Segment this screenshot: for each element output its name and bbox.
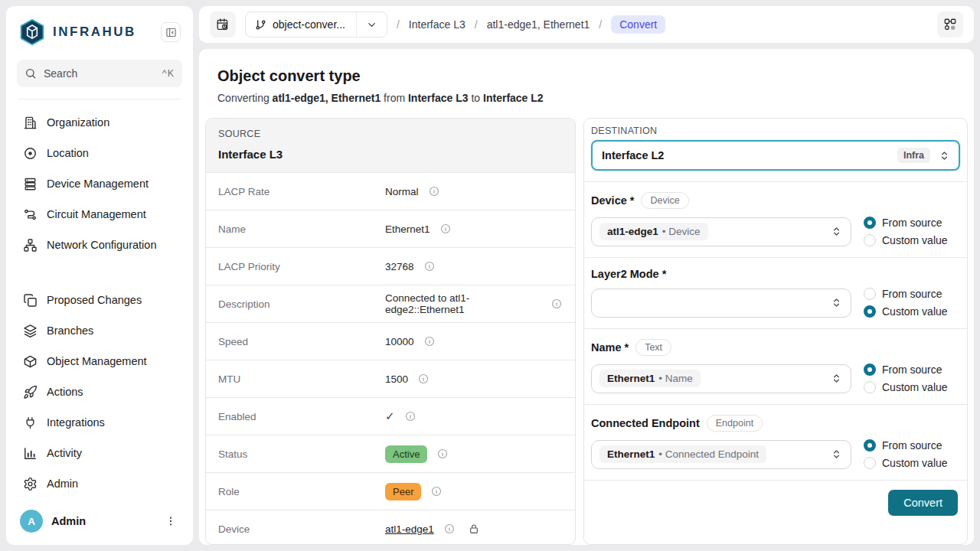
source-row-name: Name Ethernet1 xyxy=(206,210,575,247)
field-label: Name * xyxy=(591,341,629,354)
info-icon[interactable] xyxy=(443,523,456,535)
git-branch-icon xyxy=(255,19,266,31)
destination-panel: DESTINATION Interface L2 Infra Device * … xyxy=(583,118,968,545)
kebab-menu-icon[interactable] xyxy=(162,513,179,530)
page-subtitle: Converting atl1-edge1, Ethernet1 from In… xyxy=(217,92,956,104)
source-row-description: Description Connected to atl1-edge2::Eth… xyxy=(206,285,575,322)
sidebar-item-proposed-changes[interactable]: Proposed Changes xyxy=(17,285,182,315)
sidebar-item-location[interactable]: Location xyxy=(17,138,182,168)
row-label: Name xyxy=(218,223,385,235)
status-badge: Active xyxy=(385,445,427,463)
sidebar-item-label: Actions xyxy=(47,386,83,398)
radio-selected-icon xyxy=(864,305,876,318)
device-value-select[interactable]: atl1-edge1• Device xyxy=(591,217,851,246)
sidebar-item-circuit-management[interactable]: Circuit Management xyxy=(17,199,182,230)
source-row-status: Status Active xyxy=(206,435,575,472)
sidebar-item-object-management[interactable]: Object Management xyxy=(17,346,182,377)
row-value: Connected to atl1-edge2::Ethernet1 xyxy=(385,292,541,315)
breadcrumb-interface-l3[interactable]: Interface L3 xyxy=(409,18,466,31)
info-icon[interactable] xyxy=(404,410,416,422)
destination-type-value: Interface L2 xyxy=(602,149,890,161)
sidebar-item-label: Admin xyxy=(47,478,78,490)
sidebar-nav-primary: Organization Location Device Management … xyxy=(17,107,182,260)
info-icon[interactable] xyxy=(423,335,436,347)
time-travel-button[interactable] xyxy=(210,11,236,37)
custom-value-radio[interactable]: Custom value xyxy=(864,234,960,246)
gear-icon xyxy=(23,477,38,491)
source-type: Interface L3 xyxy=(218,148,563,161)
sidebar-item-device-management[interactable]: Device Management xyxy=(17,168,182,199)
row-label: Description xyxy=(218,298,385,310)
sidebar-item-organization[interactable]: Organization xyxy=(17,107,182,138)
selected-value-pill: Ethernet1• Connected Endpoint xyxy=(599,445,766,463)
info-icon[interactable] xyxy=(417,373,430,385)
info-icon[interactable] xyxy=(550,298,563,310)
sidebar-item-branches[interactable]: Branches xyxy=(17,315,182,346)
breadcrumb-separator: / xyxy=(599,18,602,31)
row-label: Device xyxy=(218,523,385,535)
infrahub-logo-icon[interactable] xyxy=(18,18,46,46)
from-source-radio[interactable]: From source xyxy=(864,364,960,376)
sidebar-item-actions[interactable]: Actions xyxy=(17,377,182,407)
info-icon[interactable] xyxy=(423,260,436,272)
role-badge: Peer xyxy=(385,483,421,500)
info-icon[interactable] xyxy=(430,485,443,497)
info-icon[interactable] xyxy=(436,448,449,460)
custom-value-radio[interactable]: Custom value xyxy=(864,457,960,469)
from-source-radio[interactable]: From source xyxy=(864,217,960,229)
check-icon: ✓ xyxy=(385,409,395,423)
sidebar-item-label: Device Management xyxy=(47,178,149,190)
custom-value-radio[interactable]: Custom value xyxy=(864,381,960,393)
chevron-up-down-icon xyxy=(938,149,951,162)
destination-type-select[interactable]: Interface L2 Infra xyxy=(591,140,960,171)
row-label: LACP Priority xyxy=(218,261,385,272)
sidebar-collapse-button[interactable] xyxy=(161,22,181,42)
chevron-up-down-icon xyxy=(830,448,843,461)
from-source-radio[interactable]: From source xyxy=(864,288,960,300)
field-kind-badge: Device xyxy=(641,192,688,209)
name-value-select[interactable]: Ethernet1• Name xyxy=(591,364,851,393)
info-icon[interactable] xyxy=(439,223,452,235)
sidebar-item-label: Object Management xyxy=(47,355,147,367)
sidebar-item-admin[interactable]: Admin xyxy=(17,468,182,499)
chevron-down-icon[interactable] xyxy=(356,12,387,37)
from-source-radio[interactable]: From source xyxy=(864,439,960,452)
search-input[interactable]: ^K xyxy=(17,60,182,87)
sidebar-item-label: Activity xyxy=(47,447,82,459)
sidebar-item-label: Location xyxy=(47,147,89,159)
source-row-role: Role Peer xyxy=(206,472,575,510)
search-field[interactable] xyxy=(44,67,155,80)
sidebar-item-network-configuration[interactable]: Network Configuration xyxy=(17,230,182,260)
value-mode-radios: From source Custom value xyxy=(864,217,960,246)
source-row-lacp-rate: LACP Rate Normal xyxy=(206,172,575,210)
route-icon xyxy=(23,207,38,222)
server-icon xyxy=(23,177,38,191)
user-menu[interactable]: A Admin xyxy=(17,505,182,536)
rocket-icon xyxy=(23,385,38,399)
field-kind-badge: Endpoint xyxy=(707,415,763,432)
info-icon[interactable] xyxy=(428,185,440,197)
convert-button[interactable]: Convert xyxy=(888,490,958,516)
copy-diff-icon xyxy=(23,293,38,308)
value-mode-radios: From source Custom value xyxy=(864,288,960,318)
device-link[interactable]: atl1-edge1 xyxy=(385,523,434,535)
schema-button[interactable] xyxy=(937,11,963,37)
branch-selector[interactable]: object-conver... xyxy=(245,11,387,37)
sidebar-item-activity[interactable]: Activity xyxy=(17,438,182,468)
building-icon xyxy=(23,116,38,130)
connected-endpoint-select[interactable]: Ethernet1• Connected Endpoint xyxy=(591,440,851,469)
sidebar-item-label: Organization xyxy=(47,116,109,129)
breadcrumb-separator: / xyxy=(475,18,478,31)
radio-unselected-icon xyxy=(864,288,876,300)
plug-icon xyxy=(23,416,38,430)
field-label: Device * xyxy=(591,194,634,207)
custom-value-radio[interactable]: Custom value xyxy=(864,305,960,318)
row-value: Normal xyxy=(385,186,419,197)
layer2-mode-select[interactable] xyxy=(591,289,851,318)
layers-icon xyxy=(23,324,38,338)
cube-icon xyxy=(23,354,38,369)
field-layer2-mode: Layer2 Mode * From source Custom value xyxy=(591,258,960,318)
sidebar-item-label: Proposed Changes xyxy=(47,294,142,306)
sidebar-item-integrations[interactable]: Integrations xyxy=(17,407,182,438)
breadcrumb-object[interactable]: atl1-edge1, Ethernet1 xyxy=(487,18,590,31)
